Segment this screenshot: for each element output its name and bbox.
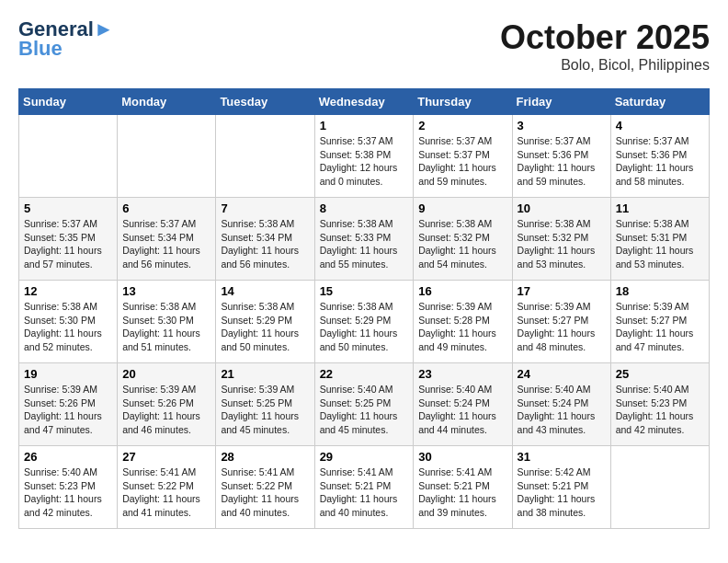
location: Bolo, Bicol, Philippines: [500, 57, 710, 74]
day-info: Sunrise: 5:40 AMSunset: 5:23 PMDaylight:…: [24, 465, 112, 520]
day-info: Sunrise: 5:38 AMSunset: 5:30 PMDaylight:…: [24, 300, 112, 354]
weekday-header: Thursday: [414, 89, 512, 115]
calendar-cell: 8 Sunrise: 5:38 AMSunset: 5:33 PMDayligh…: [314, 198, 414, 281]
calendar-cell: 31 Sunrise: 5:42 AMSunset: 5:21 PMDaylig…: [512, 446, 610, 529]
day-info: Sunrise: 5:41 AMSunset: 5:21 PMDaylight:…: [418, 465, 506, 520]
day-info: Sunrise: 5:42 AMSunset: 5:21 PMDaylight:…: [518, 465, 606, 520]
day-info: Sunrise: 5:37 AMSunset: 5:36 PMDaylight:…: [616, 134, 704, 189]
calendar-week-row: 26 Sunrise: 5:40 AMSunset: 5:23 PMDaylig…: [19, 446, 710, 529]
day-info: Sunrise: 5:38 AMSunset: 5:31 PMDaylight:…: [616, 217, 704, 271]
day-info: Sunrise: 5:40 AMSunset: 5:24 PMDaylight:…: [418, 383, 506, 437]
day-number: 30: [418, 450, 506, 464]
day-number: 10: [518, 201, 606, 215]
day-info: Sunrise: 5:37 AMSunset: 5:34 PMDaylight:…: [122, 217, 210, 271]
calendar-week-row: 1 Sunrise: 5:37 AMSunset: 5:38 PMDayligh…: [19, 115, 710, 198]
day-info: Sunrise: 5:39 AMSunset: 5:26 PMDaylight:…: [122, 383, 210, 437]
weekday-header: Monday: [118, 89, 216, 115]
weekday-header: Tuesday: [216, 89, 314, 115]
weekday-header-row: SundayMondayTuesdayWednesdayThursdayFrid…: [19, 89, 710, 115]
day-info: Sunrise: 5:39 AMSunset: 5:25 PMDaylight:…: [221, 383, 309, 437]
calendar-cell: 9 Sunrise: 5:38 AMSunset: 5:32 PMDayligh…: [414, 198, 512, 281]
day-info: Sunrise: 5:38 AMSunset: 5:32 PMDaylight:…: [418, 217, 506, 271]
day-number: 25: [616, 367, 704, 381]
day-info: Sunrise: 5:39 AMSunset: 5:27 PMDaylight:…: [518, 300, 606, 354]
calendar-cell: 29 Sunrise: 5:41 AMSunset: 5:21 PMDaylig…: [314, 446, 414, 529]
calendar-cell: 15 Sunrise: 5:38 AMSunset: 5:29 PMDaylig…: [314, 281, 414, 363]
calendar-cell: 22 Sunrise: 5:40 AMSunset: 5:25 PMDaylig…: [314, 363, 414, 446]
weekday-header: Wednesday: [314, 89, 414, 115]
calendar-week-row: 5 Sunrise: 5:37 AMSunset: 5:35 PMDayligh…: [19, 198, 710, 281]
calendar-cell: 27 Sunrise: 5:41 AMSunset: 5:22 PMDaylig…: [118, 446, 216, 529]
day-number: 3: [518, 119, 606, 132]
calendar-cell: 21 Sunrise: 5:39 AMSunset: 5:25 PMDaylig…: [216, 363, 314, 446]
month-title: October 2025: [500, 18, 710, 57]
day-info: Sunrise: 5:37 AMSunset: 5:36 PMDaylight:…: [518, 134, 606, 189]
day-number: 26: [24, 450, 112, 464]
calendar-cell: 17 Sunrise: 5:39 AMSunset: 5:27 PMDaylig…: [512, 281, 610, 363]
day-number: 31: [518, 450, 606, 464]
day-number: 12: [24, 284, 112, 298]
day-number: 4: [616, 119, 704, 132]
calendar-cell: 3 Sunrise: 5:37 AMSunset: 5:36 PMDayligh…: [512, 115, 610, 198]
calendar-cell: [610, 446, 709, 529]
calendar-cell: 25 Sunrise: 5:40 AMSunset: 5:23 PMDaylig…: [610, 363, 709, 446]
day-number: 13: [122, 284, 210, 298]
calendar-cell: [118, 115, 216, 198]
title-block: October 2025 Bolo, Bicol, Philippines: [500, 18, 710, 74]
calendar-cell: 2 Sunrise: 5:37 AMSunset: 5:37 PMDayligh…: [414, 115, 512, 198]
day-number: 27: [122, 450, 210, 464]
calendar-cell: 19 Sunrise: 5:39 AMSunset: 5:26 PMDaylig…: [19, 363, 118, 446]
day-info: Sunrise: 5:41 AMSunset: 5:21 PMDaylight:…: [320, 465, 409, 520]
day-info: Sunrise: 5:39 AMSunset: 5:27 PMDaylight:…: [616, 300, 704, 354]
weekday-header: Saturday: [610, 89, 709, 115]
calendar-cell: 16 Sunrise: 5:39 AMSunset: 5:28 PMDaylig…: [414, 281, 512, 363]
calendar-cell: 11 Sunrise: 5:38 AMSunset: 5:31 PMDaylig…: [610, 198, 709, 281]
day-number: 6: [122, 201, 210, 215]
day-number: 17: [518, 284, 606, 298]
day-number: 11: [616, 201, 704, 215]
calendar-cell: 1 Sunrise: 5:37 AMSunset: 5:38 PMDayligh…: [314, 115, 414, 198]
day-number: 29: [320, 450, 409, 464]
day-info: Sunrise: 5:39 AMSunset: 5:28 PMDaylight:…: [418, 300, 506, 354]
calendar-cell: 26 Sunrise: 5:40 AMSunset: 5:23 PMDaylig…: [19, 446, 118, 529]
calendar-cell: [19, 115, 118, 198]
logo: General► Blue: [18, 18, 114, 61]
day-info: Sunrise: 5:38 AMSunset: 5:33 PMDaylight:…: [320, 217, 409, 271]
calendar-table: SundayMondayTuesdayWednesdayThursdayFrid…: [18, 88, 710, 529]
day-info: Sunrise: 5:40 AMSunset: 5:25 PMDaylight:…: [320, 383, 409, 437]
calendar-cell: 30 Sunrise: 5:41 AMSunset: 5:21 PMDaylig…: [414, 446, 512, 529]
calendar-cell: 23 Sunrise: 5:40 AMSunset: 5:24 PMDaylig…: [414, 363, 512, 446]
day-info: Sunrise: 5:37 AMSunset: 5:38 PMDaylight:…: [320, 134, 409, 189]
day-number: 22: [320, 367, 409, 381]
calendar-cell: 14 Sunrise: 5:38 AMSunset: 5:29 PMDaylig…: [216, 281, 314, 363]
day-info: Sunrise: 5:37 AMSunset: 5:37 PMDaylight:…: [418, 134, 506, 189]
weekday-header: Friday: [512, 89, 610, 115]
calendar-cell: 4 Sunrise: 5:37 AMSunset: 5:36 PMDayligh…: [610, 115, 709, 198]
day-info: Sunrise: 5:37 AMSunset: 5:35 PMDaylight:…: [24, 217, 112, 271]
calendar-cell: 6 Sunrise: 5:37 AMSunset: 5:34 PMDayligh…: [118, 198, 216, 281]
day-info: Sunrise: 5:38 AMSunset: 5:34 PMDaylight:…: [221, 217, 309, 271]
day-number: 15: [320, 284, 409, 298]
day-info: Sunrise: 5:38 AMSunset: 5:29 PMDaylight:…: [320, 300, 409, 354]
day-number: 18: [616, 284, 704, 298]
day-info: Sunrise: 5:40 AMSunset: 5:23 PMDaylight:…: [616, 383, 704, 437]
day-number: 20: [122, 367, 210, 381]
calendar-cell: 24 Sunrise: 5:40 AMSunset: 5:24 PMDaylig…: [512, 363, 610, 446]
calendar-cell: [216, 115, 314, 198]
day-info: Sunrise: 5:41 AMSunset: 5:22 PMDaylight:…: [221, 465, 309, 520]
calendar-week-row: 19 Sunrise: 5:39 AMSunset: 5:26 PMDaylig…: [19, 363, 710, 446]
calendar-cell: 12 Sunrise: 5:38 AMSunset: 5:30 PMDaylig…: [19, 281, 118, 363]
day-number: 16: [418, 284, 506, 298]
day-number: 5: [24, 201, 112, 215]
day-number: 2: [418, 119, 506, 132]
calendar-cell: 18 Sunrise: 5:39 AMSunset: 5:27 PMDaylig…: [610, 281, 709, 363]
day-info: Sunrise: 5:40 AMSunset: 5:24 PMDaylight:…: [518, 383, 606, 437]
day-number: 14: [221, 284, 309, 298]
calendar-cell: 7 Sunrise: 5:38 AMSunset: 5:34 PMDayligh…: [216, 198, 314, 281]
weekday-header: Sunday: [19, 89, 118, 115]
calendar-cell: 28 Sunrise: 5:41 AMSunset: 5:22 PMDaylig…: [216, 446, 314, 529]
calendar-week-row: 12 Sunrise: 5:38 AMSunset: 5:30 PMDaylig…: [19, 281, 710, 363]
day-number: 7: [221, 201, 309, 215]
day-number: 9: [418, 201, 506, 215]
calendar-cell: 5 Sunrise: 5:37 AMSunset: 5:35 PMDayligh…: [19, 198, 118, 281]
